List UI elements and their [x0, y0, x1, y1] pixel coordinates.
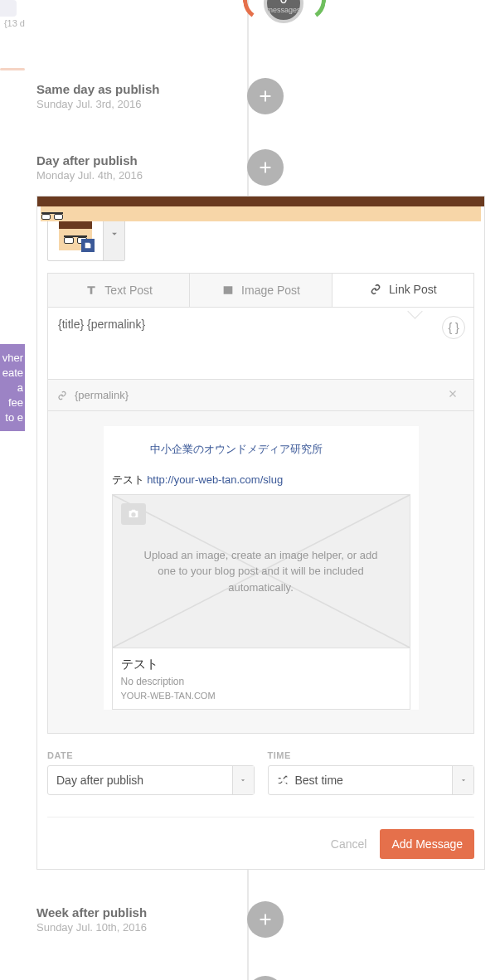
time-value: Best time [295, 774, 343, 787]
text-icon [85, 284, 98, 297]
plus-icon [256, 158, 274, 177]
link-icon [56, 390, 68, 401]
timeline-section-month-after: Month after publish Sunday Jul. 31st, 20… [36, 969, 492, 980]
add-message-submit-button[interactable]: Add Message [380, 829, 474, 859]
date-label: DATE [47, 750, 255, 760]
tab-label: Image Post [241, 284, 300, 297]
time-label: TIME [268, 750, 475, 760]
image-icon [221, 284, 235, 297]
tab-image-post[interactable]: Image Post [190, 274, 332, 307]
left-clip-label: {13 d [0, 18, 25, 28]
add-message-button[interactable] [247, 78, 284, 114]
message-text: {title} {permalink} [58, 318, 464, 331]
chevron-down-icon [109, 228, 120, 240]
link-icon [369, 283, 382, 296]
tab-text-post[interactable]: Text Post [48, 274, 190, 307]
purple-line: eate [2, 366, 23, 381]
preview-page-name[interactable]: 中小企業のオウンドメディア研究所 [150, 442, 323, 457]
preview-meta-desc: No description [121, 676, 401, 687]
date-select[interactable]: Day after publish [47, 765, 255, 795]
messages-label: messages [266, 6, 300, 14]
link-preview-area: 中小企業のオウンドメディア研究所 テスト http://your-web-tan… [47, 411, 474, 734]
post-type-tabs: Text Post Image Post Link Post [47, 273, 474, 307]
tab-label: Text Post [104, 284, 153, 297]
insert-variable-button[interactable]: { } [442, 316, 465, 339]
facebook-badge-icon [81, 239, 95, 252]
purple-line: a fee [2, 381, 23, 410]
caret-down-icon [239, 776, 247, 784]
plus-icon [256, 910, 274, 929]
plus-icon [256, 87, 274, 105]
timeline-section-week-after: Week after publish Sunday Jul. 10th, 201… [36, 895, 492, 944]
messages-count: 0 [280, 0, 288, 6]
left-clip-box [0, 0, 17, 17]
tab-link-post[interactable]: Link Post [333, 274, 473, 307]
purple-line: vher [2, 351, 23, 366]
preview-body-text: テスト [112, 473, 148, 486]
time-select[interactable]: Best time [268, 765, 475, 795]
link-url-text: {permalink} [75, 389, 129, 401]
close-icon [447, 388, 459, 400]
preview-meta-domain: YOUR-WEB-TAN.COM [121, 691, 401, 701]
preview-body: テスト http://your-web-tan.com/slug [104, 473, 419, 494]
preview-avatar [112, 434, 142, 464]
date-value: Day after publish [56, 774, 143, 787]
caret-down-icon [459, 776, 468, 784]
remove-link-button[interactable] [447, 388, 465, 402]
composer-card: Text Post Image Post Link Post {title} {… [36, 196, 485, 870]
timeline-summary-node: 0 messages [222, 0, 347, 33]
shuffle-icon [277, 774, 289, 786]
camera-icon [121, 503, 146, 525]
preview-body-link[interactable]: http://your-web-tan.com/slug [147, 473, 283, 486]
preview-meta: テスト No description YOUR-WEB-TAN.COM [112, 648, 410, 710]
placeholder-text: Upload an image, create an image helper,… [138, 547, 385, 596]
add-message-button[interactable] [247, 149, 284, 186]
add-message-button[interactable] [247, 901, 284, 938]
select-caret [452, 766, 473, 794]
link-preview-card: 中小企業のオウンドメディア研究所 テスト http://your-web-tan… [104, 426, 419, 710]
preview-image-placeholder[interactable]: Upload an image, create an image helper,… [112, 494, 410, 648]
message-textarea[interactable]: {title} {permalink} { } [47, 307, 474, 380]
link-url-bar: {permalink} [47, 380, 474, 411]
left-purple-panel: vher eate a fee to e [0, 344, 25, 431]
select-caret [232, 766, 254, 794]
purple-line: to e [2, 410, 23, 425]
timeline-section-same-day: Same day as publish Sunday Jul. 3rd, 201… [36, 71, 492, 121]
tab-label: Link Post [389, 283, 437, 296]
preview-meta-title: テスト [121, 657, 401, 672]
left-coral-bar [0, 68, 25, 70]
timeline-section-day-after: Day after publish Monday Jul. 4th, 2016 [36, 143, 492, 192]
composer-footer: Cancel Add Message [47, 817, 474, 859]
schedule-row: DATE Day after publish TIME Best time [47, 750, 474, 795]
cancel-button[interactable]: Cancel [331, 837, 367, 851]
